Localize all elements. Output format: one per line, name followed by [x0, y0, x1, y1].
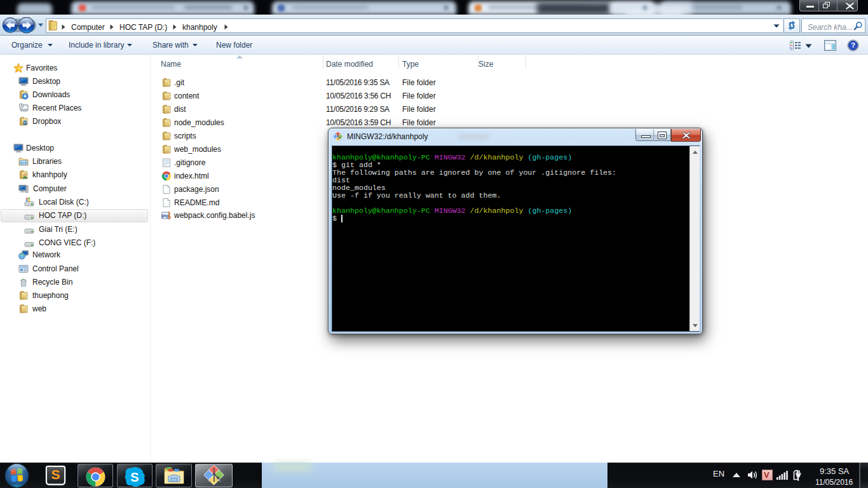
svg-text:?: ? — [851, 41, 855, 49]
svg-text:S: S — [51, 467, 60, 482]
svg-text:S: S — [130, 470, 139, 484]
